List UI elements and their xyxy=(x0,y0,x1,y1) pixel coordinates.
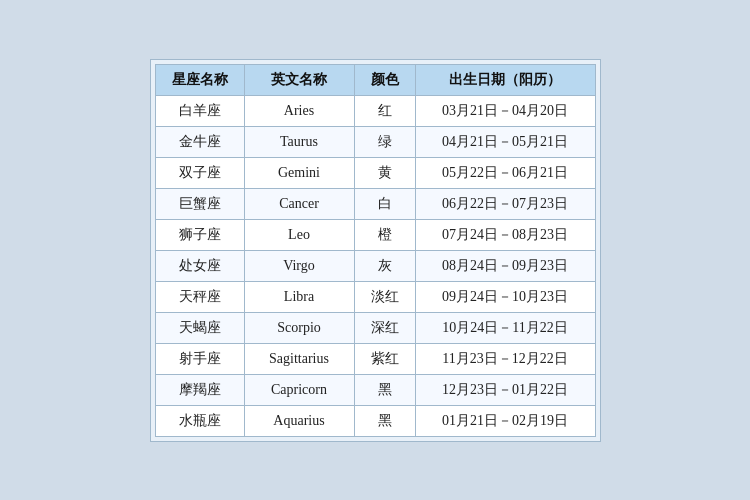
cell-english: Leo xyxy=(244,219,354,250)
cell-english: Sagittarius xyxy=(244,343,354,374)
table-row: 天秤座Libra淡红09月24日－10月23日 xyxy=(155,281,595,312)
cell-color: 橙 xyxy=(354,219,415,250)
cell-english: Aquarius xyxy=(244,405,354,436)
table-row: 金牛座Taurus绿04月21日－05月21日 xyxy=(155,126,595,157)
cell-color: 黑 xyxy=(354,374,415,405)
cell-date: 11月23日－12月22日 xyxy=(415,343,595,374)
cell-chinese: 巨蟹座 xyxy=(155,188,244,219)
cell-color: 黑 xyxy=(354,405,415,436)
cell-date: 07月24日－08月23日 xyxy=(415,219,595,250)
cell-date: 08月24日－09月23日 xyxy=(415,250,595,281)
cell-english: Aries xyxy=(244,95,354,126)
cell-color: 淡红 xyxy=(354,281,415,312)
header-color: 颜色 xyxy=(354,64,415,95)
header-chinese: 星座名称 xyxy=(155,64,244,95)
cell-chinese: 双子座 xyxy=(155,157,244,188)
zodiac-table: 星座名称 英文名称 颜色 出生日期（阳历） 白羊座Aries红03月21日－04… xyxy=(155,64,596,437)
cell-english: Capricorn xyxy=(244,374,354,405)
table-row: 天蝎座Scorpio深红10月24日－11月22日 xyxy=(155,312,595,343)
cell-date: 05月22日－06月21日 xyxy=(415,157,595,188)
table-header-row: 星座名称 英文名称 颜色 出生日期（阳历） xyxy=(155,64,595,95)
cell-english: Libra xyxy=(244,281,354,312)
cell-chinese: 处女座 xyxy=(155,250,244,281)
cell-english: Scorpio xyxy=(244,312,354,343)
zodiac-table-container: 星座名称 英文名称 颜色 出生日期（阳历） 白羊座Aries红03月21日－04… xyxy=(150,59,601,442)
cell-color: 黄 xyxy=(354,157,415,188)
cell-date: 10月24日－11月22日 xyxy=(415,312,595,343)
cell-chinese: 狮子座 xyxy=(155,219,244,250)
cell-chinese: 摩羯座 xyxy=(155,374,244,405)
cell-chinese: 天蝎座 xyxy=(155,312,244,343)
table-row: 巨蟹座Cancer白06月22日－07月23日 xyxy=(155,188,595,219)
header-date: 出生日期（阳历） xyxy=(415,64,595,95)
table-row: 射手座Sagittarius紫红11月23日－12月22日 xyxy=(155,343,595,374)
cell-color: 白 xyxy=(354,188,415,219)
cell-date: 12月23日－01月22日 xyxy=(415,374,595,405)
cell-chinese: 天秤座 xyxy=(155,281,244,312)
cell-english: Virgo xyxy=(244,250,354,281)
cell-chinese: 水瓶座 xyxy=(155,405,244,436)
cell-date: 04月21日－05月21日 xyxy=(415,126,595,157)
table-row: 处女座Virgo灰08月24日－09月23日 xyxy=(155,250,595,281)
table-row: 双子座Gemini黄05月22日－06月21日 xyxy=(155,157,595,188)
cell-chinese: 射手座 xyxy=(155,343,244,374)
cell-color: 灰 xyxy=(354,250,415,281)
cell-chinese: 金牛座 xyxy=(155,126,244,157)
header-english: 英文名称 xyxy=(244,64,354,95)
table-row: 摩羯座Capricorn黑12月23日－01月22日 xyxy=(155,374,595,405)
table-row: 狮子座Leo橙07月24日－08月23日 xyxy=(155,219,595,250)
cell-date: 01月21日－02月19日 xyxy=(415,405,595,436)
cell-color: 深红 xyxy=(354,312,415,343)
table-row: 白羊座Aries红03月21日－04月20日 xyxy=(155,95,595,126)
cell-color: 红 xyxy=(354,95,415,126)
cell-color: 绿 xyxy=(354,126,415,157)
cell-english: Gemini xyxy=(244,157,354,188)
cell-english: Taurus xyxy=(244,126,354,157)
cell-color: 紫红 xyxy=(354,343,415,374)
cell-date: 09月24日－10月23日 xyxy=(415,281,595,312)
cell-date: 03月21日－04月20日 xyxy=(415,95,595,126)
table-row: 水瓶座Aquarius黑01月21日－02月19日 xyxy=(155,405,595,436)
cell-chinese: 白羊座 xyxy=(155,95,244,126)
cell-date: 06月22日－07月23日 xyxy=(415,188,595,219)
cell-english: Cancer xyxy=(244,188,354,219)
